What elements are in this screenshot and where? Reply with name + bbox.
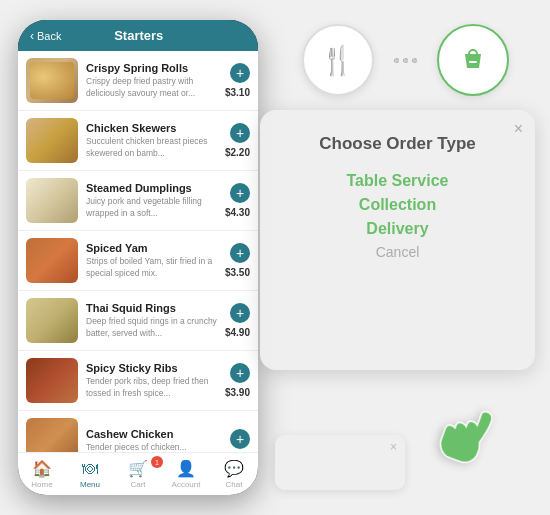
nav-cart[interactable]: 🛒 1 Cart [118,459,158,489]
order-type-modal: × Choose Order Type Table Service Collec… [260,110,535,370]
item-right: + $4.30 [225,183,250,218]
add-button-ribs[interactable]: + [230,363,250,383]
hand-svg [416,381,514,482]
item-desc: Tender pork ribs, deep fried then tossed… [86,376,217,398]
nav-menu[interactable]: 🍽 Menu [70,460,110,489]
top-icons-area: 🍴 [270,15,540,105]
nav-menu-label: Menu [80,480,100,489]
add-button-squid[interactable]: + [230,303,250,323]
item-desc: Tender pieces of chicken... [86,442,222,452]
item-right: + $3.50 [225,243,250,278]
add-button-yam[interactable]: + [230,243,250,263]
modal-title: Choose Order Type [280,134,515,154]
item-name: Steamed Dumplings [86,182,217,194]
list-item: Spicy Sticky Ribs Tender pork ribs, deep… [18,351,258,411]
dot-3 [412,58,417,63]
item-info: Thai Squid Rings Deep fried squid rings … [86,302,217,338]
home-icon: 🏠 [32,459,52,478]
item-info: Spiced Yam Strips of boiled Yam, stir fr… [86,242,217,278]
screen-title: Starters [114,28,193,43]
add-button-cashew[interactable]: + [230,429,250,449]
modal-close-button[interactable]: × [514,120,523,138]
bottom-nav: 🏠 Home 🍽 Menu 🛒 1 Cart 👤 Account 💬 Chat [18,452,258,495]
add-button-dumplings[interactable]: + [230,183,250,203]
nav-home[interactable]: 🏠 Home [22,459,62,489]
item-image-spring-rolls [26,58,78,103]
nav-home-label: Home [31,480,52,489]
secondary-modal-close[interactable]: × [390,440,397,454]
add-button-spring-rolls[interactable]: + [230,63,250,83]
item-price: $3.10 [225,87,250,98]
item-name: Cashew Chicken [86,428,222,440]
bag-icon [457,44,489,76]
item-name: Crispy Spring Rolls [86,62,217,74]
nav-account[interactable]: 👤 Account [166,459,206,489]
item-desc: Strips of boiled Yam, stir fried in a sp… [86,256,217,278]
cart-icon: 🛒 [128,459,148,478]
item-info: Steamed Dumplings Juicy pork and vegetab… [86,182,217,218]
dot-2 [403,58,408,63]
item-price: $4.30 [225,207,250,218]
item-desc: Succulent chicken breast pieces skewered… [86,136,217,158]
table-service-option[interactable]: Table Service [347,172,449,190]
item-image-chicken [26,118,78,163]
order-options-list: Table Service Collection Delivery Cancel [280,172,515,260]
item-name: Spiced Yam [86,242,217,254]
account-icon: 👤 [176,459,196,478]
restaurant-icon-circle: 🍴 [302,24,374,96]
item-desc: Juicy pork and vegetable filling wrapped… [86,196,217,218]
add-button-chicken[interactable]: + [230,123,250,143]
chat-icon: 💬 [224,459,244,478]
back-button[interactable]: ‹ Back [30,29,61,43]
item-info: Spicy Sticky Ribs Tender pork ribs, deep… [86,362,217,398]
list-item: Steamed Dumplings Juicy pork and vegetab… [18,171,258,231]
delivery-option[interactable]: Delivery [366,220,428,238]
item-name: Thai Squid Rings [86,302,217,314]
item-right: + [230,429,250,453]
item-desc: Crispy deep fried pastry with deliciousl… [86,76,217,98]
dot-1 [394,58,399,63]
item-price: $3.50 [225,267,250,278]
item-info: Cashew Chicken Tender pieces of chicken.… [86,428,222,452]
item-desc: Deep fried squid rings in a crunchy batt… [86,316,217,338]
list-item: Cashew Chicken Tender pieces of chicken.… [18,411,258,452]
phone-header: ‹ Back Starters [18,20,258,51]
secondary-modal: × [275,435,405,490]
phone-mockup: ‹ Back Starters Crispy Spring Rolls Cris… [18,20,258,495]
item-right: + $4.90 [225,303,250,338]
list-item: Crispy Spring Rolls Crispy deep fried pa… [18,51,258,111]
list-item: Spiced Yam Strips of boiled Yam, stir fr… [18,231,258,291]
nav-account-label: Account [172,480,201,489]
menu-list: Crispy Spring Rolls Crispy deep fried pa… [18,51,258,452]
list-item: Thai Squid Rings Deep fried squid rings … [18,291,258,351]
item-name: Chicken Skewers [86,122,217,134]
item-price: $3.90 [225,387,250,398]
hand-pointer-icon [411,381,514,495]
menu-icon: 🍽 [82,460,98,478]
item-image-squid [26,298,78,343]
nav-chat-label: Chat [226,480,243,489]
fork-knife-icon: 🍴 [320,44,355,77]
item-image-yam [26,238,78,283]
dots-connector [394,58,417,63]
collection-option[interactable]: Collection [359,196,436,214]
svg-rect-0 [469,61,477,63]
item-name: Spicy Sticky Ribs [86,362,217,374]
back-label: Back [37,30,61,42]
cancel-option[interactable]: Cancel [376,244,420,260]
item-info: Crispy Spring Rolls Crispy deep fried pa… [86,62,217,98]
item-price: $4.90 [225,327,250,338]
cart-badge: 1 [151,456,163,468]
item-right: + $2.20 [225,123,250,158]
shopping-bag-icon-circle [437,24,509,96]
item-info: Chicken Skewers Succulent chicken breast… [86,122,217,158]
item-right: + $3.10 [225,63,250,98]
item-image-dumplings [26,178,78,223]
back-arrow-icon: ‹ [30,29,34,43]
item-image-ribs [26,358,78,403]
nav-cart-label: Cart [130,480,145,489]
list-item: Chicken Skewers Succulent chicken breast… [18,111,258,171]
item-price: $2.20 [225,147,250,158]
nav-chat[interactable]: 💬 Chat [214,459,254,489]
item-image-cashew [26,418,78,452]
